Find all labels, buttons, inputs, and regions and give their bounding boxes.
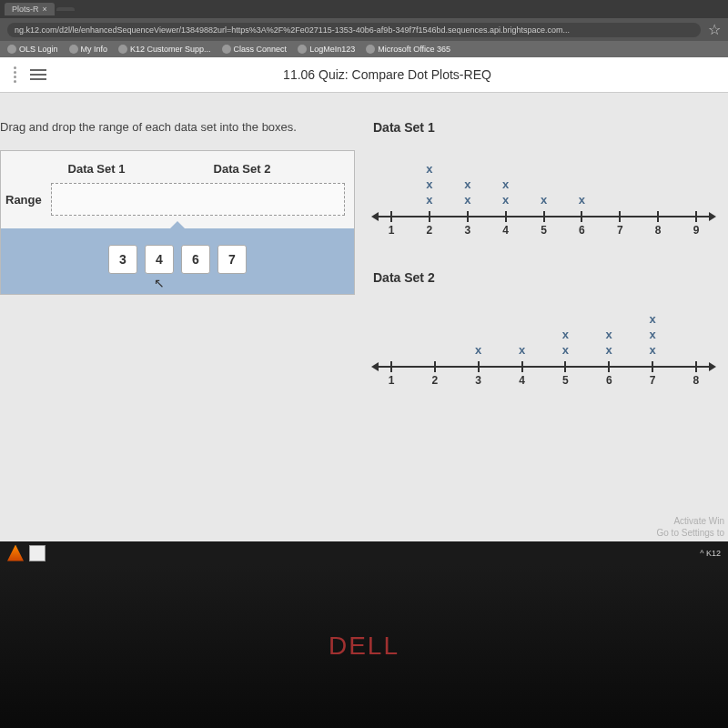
dot-plot-1: xxxxxxxxx123456789 — [373, 146, 714, 238]
bookmark-icon — [366, 45, 375, 54]
data-point: x — [426, 178, 432, 190]
plot-stack: xx — [600, 329, 618, 356]
instruction-text: Drag and drop the range of each data set… — [0, 120, 355, 134]
axis-tick: 4 — [513, 361, 531, 387]
axis-tick: 1 — [382, 211, 400, 237]
tile-6[interactable]: 6 — [181, 245, 210, 274]
axis-tick: 7 — [643, 361, 662, 387]
plot-stack: x — [513, 344, 531, 356]
dot-plot-2: xxxxxxxxx12345678 — [373, 296, 714, 389]
axis-tick: 2 — [420, 211, 439, 237]
windows-watermark: Activate Win Go to Settings to — [657, 515, 725, 539]
bookmark-my-info[interactable]: My Info — [69, 45, 108, 54]
axis-tick: 3 — [459, 211, 477, 237]
url-bar: ng.k12.com/d2l/le/enhancedSequenceViewer… — [0, 18, 728, 41]
axis-tick: 5 — [535, 211, 553, 237]
close-icon[interactable]: × — [43, 5, 47, 14]
axis-tick: 1 — [382, 361, 400, 387]
tick-label: 1 — [389, 374, 395, 387]
tick-label: 2 — [427, 224, 433, 237]
tick-label: 5 — [562, 374, 569, 387]
plot-stack: xx — [459, 178, 477, 206]
tick-label: 3 — [464, 224, 470, 237]
data-point: x — [475, 344, 481, 356]
plots-panel: Data Set 1 xxxxxxxxx123456789 Data Set 2… — [373, 120, 719, 537]
data-point: x — [502, 178, 509, 190]
bookmark-office365[interactable]: Microsoft Office 365 — [366, 45, 450, 54]
column-header-2: Data Set 2 — [201, 162, 283, 176]
tick-label: 3 — [475, 374, 481, 387]
tick-label: 1 — [389, 224, 395, 237]
dell-logo: DELL — [329, 632, 399, 661]
browser-tab-blank[interactable] — [56, 7, 75, 11]
axis-tick: 9 — [687, 211, 705, 237]
data-point: x — [649, 344, 655, 356]
data-point: x — [519, 344, 525, 356]
axis-tick: 4 — [497, 211, 515, 237]
data-point: x — [606, 344, 612, 356]
tick-label: 8 — [693, 374, 700, 387]
axis-tick: 7 — [611, 211, 629, 237]
plot-stack: x — [535, 194, 553, 206]
vlc-icon[interactable] — [7, 545, 24, 561]
data-point: x — [426, 194, 432, 206]
plot-stack: x — [470, 344, 488, 356]
data-point: x — [606, 329, 612, 340]
drop-zone[interactable] — [51, 183, 345, 216]
tile-3[interactable]: 3 — [108, 245, 137, 274]
axis-tick: 8 — [649, 211, 667, 237]
tick-label: 6 — [606, 374, 612, 387]
bookmark-k12-support[interactable]: K12 Customer Supp... — [118, 45, 211, 54]
browser-tab[interactable]: Plots-R × — [5, 3, 55, 15]
app-header: 11.06 Quiz: Compare Dot Plots-REQ — [0, 57, 728, 93]
plot-stack: xx — [497, 178, 515, 206]
url-input[interactable]: ng.k12.com/d2l/le/enhancedSequenceViewer… — [7, 23, 701, 37]
system-tray[interactable]: ^ K12 — [700, 549, 721, 558]
tile-tray: 3 4 6 7 ↖ — [1, 228, 354, 294]
axis-tick: 5 — [556, 361, 574, 387]
plot-set-2: Data Set 2 xxxxxxxxx12345678 — [373, 270, 714, 389]
bookmark-ols-login[interactable]: OLS Login — [7, 45, 58, 54]
cursor-icon: ↖ — [154, 276, 165, 290]
bookmark-icon — [118, 45, 127, 54]
plot-set-1: Data Set 1 xxxxxxxxx123456789 — [373, 120, 714, 238]
data-point: x — [464, 194, 470, 206]
data-point: x — [541, 194, 547, 206]
data-point: x — [649, 313, 655, 325]
question-panel: Drag and drop the range of each data set… — [0, 120, 355, 537]
plot-stack: xxx — [643, 313, 662, 356]
bookmark-icon — [222, 45, 231, 54]
laptop-body: DELL — [0, 564, 728, 728]
taskbar[interactable]: ^ K12 — [0, 541, 728, 564]
doc-icon[interactable] — [29, 545, 46, 561]
data-point: x — [649, 329, 655, 340]
tick-label: 9 — [693, 224, 700, 237]
bookmark-class-connect[interactable]: Class Connect — [222, 45, 288, 54]
tile-4[interactable]: 4 — [145, 245, 174, 274]
menu-icon[interactable] — [30, 69, 46, 80]
tile-7[interactable]: 7 — [217, 245, 247, 274]
axis-tick: 3 — [470, 361, 488, 387]
plot-title-2: Data Set 2 — [373, 270, 714, 285]
tick-label: 2 — [432, 374, 439, 387]
axis-tick: 2 — [426, 361, 444, 387]
tick-label: 4 — [519, 374, 525, 387]
tick-label: 5 — [541, 224, 547, 237]
bookmark-icon — [298, 45, 307, 54]
tick-label: 7 — [617, 224, 623, 237]
bookmarks-bar: OLS Login My Info K12 Customer Supp... C… — [0, 41, 728, 57]
data-point: x — [579, 194, 585, 206]
star-icon[interactable]: ☆ — [708, 21, 721, 38]
answer-box: Data Set 1 Data Set 2 Range 3 4 6 7 ↖ — [0, 150, 355, 295]
axis-tick: 6 — [600, 361, 618, 387]
bookmark-logmein[interactable]: LogMeIn123 — [298, 45, 355, 54]
tick-label: 6 — [579, 224, 585, 237]
drag-handle-icon[interactable] — [14, 66, 16, 83]
tab-title: Plots-R — [12, 5, 39, 14]
column-header-1: Data Set 1 — [56, 162, 137, 176]
page-title: 11.06 Quiz: Compare Dot Plots-REQ — [60, 67, 714, 82]
data-point: x — [464, 178, 470, 190]
axis-tick: 8 — [687, 361, 705, 387]
data-point: x — [562, 344, 569, 356]
data-point: x — [562, 329, 569, 340]
